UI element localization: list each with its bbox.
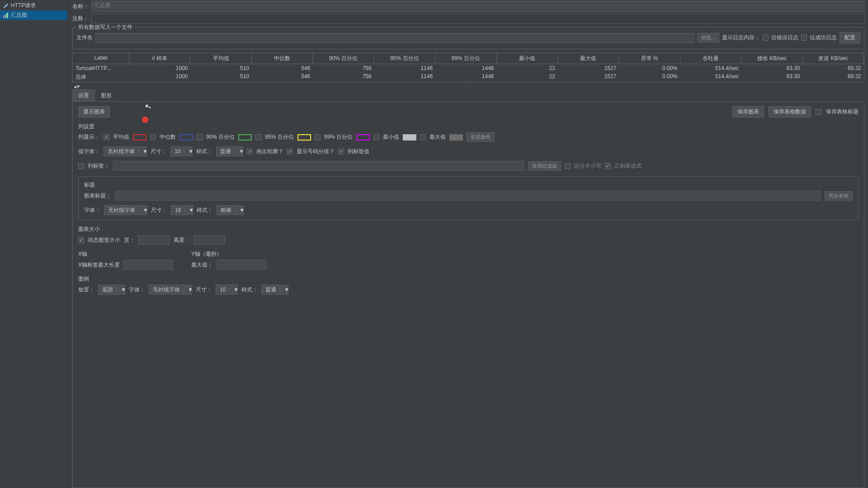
min-checkbox[interactable] [373,134,379,140]
median-swatch [179,134,193,141]
tab-settings[interactable]: 设置 [72,89,95,101]
outline-checkbox[interactable] [247,149,253,155]
max-checkbox[interactable] [420,134,426,140]
table-header[interactable]: 平均值 [190,53,251,64]
log-content-label: 显示日志内容： [722,34,760,42]
dyn-size-checkbox[interactable] [78,237,84,243]
barlabel-checkbox[interactable] [338,149,344,155]
column-settings-title: 列设置 [78,123,859,131]
legend-style-select[interactable]: 普通▼ [261,285,288,295]
value-style-select[interactable]: 普通▼ [216,146,243,156]
browse-button[interactable]: 浏览... [697,33,719,42]
height-input[interactable] [193,235,225,245]
table-header[interactable]: # 样本 [129,53,190,64]
max-label: 最大值 [429,133,446,141]
shownum-checkbox[interactable] [287,149,293,155]
comment-input[interactable] [91,14,864,23]
save-chart-button[interactable]: 保存图表 [732,106,764,117]
p90-checkbox[interactable] [197,134,203,140]
tree-item-summary[interactable]: 汇总图 [0,10,67,20]
table-cell: 63.30 [741,72,802,82]
legend-size-select[interactable]: 10▼ [216,285,238,295]
table-cell: 1448 [435,64,496,72]
avg-checkbox[interactable] [104,134,109,140]
name-input[interactable]: 汇总图 [91,1,864,12]
table-cell: 546 [252,72,313,82]
table-cell: 1146 [374,72,435,82]
case-checkbox[interactable] [565,163,571,169]
p99-checkbox[interactable] [315,134,321,140]
apply-filter-button[interactable]: 应用过滤器 [528,161,561,171]
table-cell: 1146 [374,64,435,72]
max-swatch [449,134,463,141]
fgcolor-button[interactable]: 前景颜色 [467,132,495,142]
p95-checkbox[interactable] [255,134,261,140]
table-header[interactable]: 99% 百分位 [435,53,496,64]
table-cell: 1527 [558,64,619,72]
table-header[interactable]: 发送 KB/sec [803,53,864,64]
chevron-down-icon: ▼ [229,286,237,293]
stats-table: Label# 样本平均值中位数90% 百分位95% 百分位99% 百分位最小值最… [72,53,864,82]
only-error-checkbox[interactable] [763,35,769,41]
table-header[interactable]: 中位数 [252,53,313,64]
legend-placement-select[interactable]: 底部▼ [98,285,125,295]
filename-input[interactable] [95,33,694,43]
comment-label: 注释： [72,15,89,23]
table-row[interactable]: 总体1000510546756114614482215270.00%514.4/… [73,72,864,82]
table-header[interactable]: 最大值 [558,53,619,64]
xaxis-maxlen-input[interactable] [123,260,173,270]
save-table-button[interactable]: 保存表格数据 [769,106,811,117]
show-chart-button[interactable]: 显示图表 [78,106,110,117]
barlabel-label: 列标签值 [348,148,369,155]
file-legend: 所有数据写入一个文件 [76,23,134,31]
table-header[interactable]: 异常 % [619,53,680,64]
title-font-select[interactable]: 无衬线字体▼ [104,205,147,215]
yaxis-max-label: 最大值： [191,261,213,269]
splitter[interactable]: ▴▾ ∙∙∙∙∙ [72,84,864,89]
yaxis-max-input[interactable] [217,260,266,270]
median-checkbox[interactable] [150,134,156,140]
value-font-select[interactable]: 无衬线字体▼ [104,146,147,156]
chart-title-input[interactable] [115,191,821,201]
main-panel: 名称： 汇总图 注释： 所有数据写入一个文件 文件名 浏览... 显示日志内容：… [68,0,868,488]
p95-swatch [297,134,311,141]
p99-swatch [356,134,370,141]
value-size-label: 尺寸： [151,148,167,155]
table-cell: 0.00% [619,72,680,82]
only-success-checkbox[interactable] [801,35,807,41]
tree-item-http[interactable]: HTTP请求 [0,1,67,10]
settings-panel: 显示图表 保存图表 保存表格数据 保存表格标题 列设置 列显示： 平均值 中位数… [72,102,864,488]
sync-name-button[interactable]: 同步名称 [825,191,853,201]
min-swatch [403,134,416,141]
table-cell: TomcatHTTP... [73,64,129,72]
value-font-label: 值字体： [78,148,100,155]
table-header[interactable]: 接收 KB/sec [741,53,802,64]
title-style-select[interactable]: 粗体▼ [217,205,244,215]
chevron-down-icon: ▼ [184,207,193,213]
table-cell: 514.4/sec [680,72,741,82]
title-size-select[interactable]: 16▼ [171,205,193,215]
chevron-down-icon: ▼ [235,148,243,155]
title-font-label: 字体： [84,206,100,214]
table-header[interactable]: 95% 百分位 [374,53,435,64]
p99-label: 99% 百分位 [324,133,353,141]
config-button[interactable]: 配置 [840,32,860,43]
chevron-down-icon: ▼ [184,286,192,293]
table-header[interactable]: Label [73,53,129,64]
legend-font-select[interactable]: 无衬线字体▼ [149,285,192,295]
table-row[interactable]: TomcatHTTP...100051054675611461448221527… [73,64,864,72]
save-headers-checkbox[interactable] [816,109,821,115]
pencil-icon [3,3,9,9]
tab-graph[interactable]: 图形 [95,89,118,101]
regex-checkbox[interactable] [605,163,611,169]
title-box-title: 标题 [84,181,853,189]
table-cell: 756 [313,72,374,82]
width-input[interactable] [138,235,170,245]
col-label-input[interactable] [113,161,524,171]
table-header[interactable]: 90% 百分位 [313,53,374,64]
table-header[interactable]: 最小值 [497,53,558,64]
value-size-select[interactable]: 10▼ [170,146,193,156]
col-label-checkbox[interactable] [78,163,84,169]
svg-rect-0 [3,15,5,18]
table-header[interactable]: 吞吐量 [680,53,741,64]
